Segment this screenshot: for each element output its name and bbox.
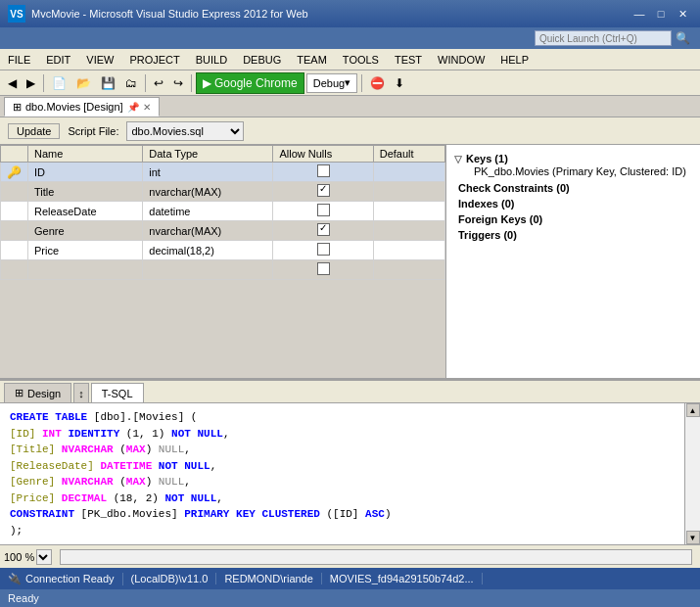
row-default[interactable] [373, 221, 444, 241]
tab-label: dbo.Movies [Design] [25, 101, 123, 113]
menu-item-test[interactable]: TEST [387, 49, 430, 70]
row-column-name[interactable]: ReleaseDate [28, 202, 143, 221]
close-button[interactable]: ✕ [673, 5, 692, 23]
allow-nulls-checkbox[interactable] [317, 243, 330, 256]
table-row[interactable]: Pricedecimal(18,2) [1, 241, 445, 260]
sql-line: ); [10, 523, 675, 539]
step-button[interactable]: ⬇ [391, 72, 408, 94]
save-all-button[interactable]: 🗂 [121, 72, 141, 94]
save-button[interactable]: 💾 [97, 72, 119, 94]
sql-pane[interactable]: CREATE TABLE [dbo].[Movies] ( [ID] INT I… [0, 403, 684, 544]
zoom-label: 100 % [4, 551, 34, 563]
tsql-tab-arrows[interactable]: ↕ [73, 383, 89, 402]
table-row[interactable]: 🔑IDint [1, 163, 445, 182]
row-default[interactable] [373, 163, 444, 182]
minimize-button[interactable]: — [630, 5, 649, 23]
row-column-name[interactable]: Price [28, 241, 143, 260]
allow-nulls-checkbox[interactable] [317, 164, 330, 177]
row-default[interactable] [373, 241, 444, 260]
quick-launch-input[interactable] [535, 30, 672, 46]
indexes-section: Indexes (0) [454, 198, 692, 210]
table-row[interactable]: ReleaseDatedatetime [1, 202, 445, 221]
row-data-type[interactable] [143, 260, 273, 280]
allow-nulls-checkbox[interactable] [317, 262, 330, 275]
row-data-type[interactable]: nvarchar(MAX) [143, 221, 273, 241]
back-button[interactable]: ◀ [4, 72, 21, 94]
design-bottom-tab[interactable]: ⊞ Design [4, 383, 71, 402]
forward-button[interactable]: ▶ [23, 72, 39, 94]
tab-close[interactable]: ✕ [143, 102, 151, 113]
row-allow-nulls[interactable] [273, 202, 373, 221]
row-column-name[interactable]: Genre [28, 221, 143, 241]
row-allow-nulls[interactable] [273, 163, 373, 182]
tsql-tab[interactable]: T-SQL [91, 383, 144, 402]
redo-button[interactable]: ↪ [169, 72, 187, 94]
row-data-type[interactable]: int [143, 163, 273, 182]
zoom-select[interactable] [36, 549, 52, 565]
maximize-button[interactable]: □ [651, 5, 671, 23]
menu-item-project[interactable]: PROJECT [121, 49, 187, 70]
row-data-type[interactable]: decimal(18,2) [143, 241, 273, 260]
toolbar-1: ◀ ▶ 📄 📂 💾 🗂 ↩ ↪ ▶ Google Chrome Debug ▾ … [0, 70, 700, 96]
menu-item-help[interactable]: HELP [492, 49, 537, 70]
keys-collapse-icon[interactable]: ▽ [454, 154, 462, 164]
row-key-indicator [1, 241, 28, 260]
sql-line: [Title] NVARCHAR (MAX) NULL, [10, 442, 675, 458]
menu-item-tools[interactable]: TOOLS [335, 49, 387, 70]
allow-nulls-checkbox[interactable] [317, 184, 330, 197]
menu-item-edit[interactable]: EDIT [38, 49, 78, 70]
row-column-name[interactable]: Title [28, 182, 143, 202]
config-dropdown[interactable]: Debug ▾ [306, 73, 357, 93]
design-tab[interactable]: ⊞ dbo.Movies [Design] 📌 ✕ [4, 97, 160, 117]
design-tab-icon: ⊞ [15, 387, 23, 399]
window-controls[interactable]: — □ ✕ [630, 5, 692, 23]
debug-button[interactable]: ⛔ [366, 72, 389, 94]
col-header-datatype: Data Type [143, 146, 273, 163]
menu-item-window[interactable]: WINDOW [430, 49, 492, 70]
row-allow-nulls[interactable] [273, 260, 373, 280]
sql-line: CREATE TABLE [dbo].[Movies] ( [10, 409, 675, 426]
menu-item-team[interactable]: TEAM [289, 49, 335, 70]
keys-section: ▽ Keys (1) PK_dbo.Movies (Primary Key, C… [454, 153, 692, 178]
allow-nulls-checkbox[interactable] [317, 204, 330, 216]
row-allow-nulls[interactable] [273, 182, 373, 202]
title-bar: VS MvcMovie - Microsoft Visual Studio Ex… [0, 0, 700, 27]
menu-item-debug[interactable]: DEBUG [235, 49, 289, 70]
row-default[interactable] [373, 260, 444, 280]
allow-nulls-checkbox[interactable] [317, 223, 330, 236]
sql-scrollbar[interactable]: ▲ ▼ [684, 403, 700, 544]
table-row[interactable]: Titlenvarchar(MAX) [1, 182, 445, 202]
col-header-allownulls: Allow Nulls [273, 146, 373, 163]
row-data-type[interactable]: nvarchar(MAX) [143, 182, 273, 202]
ready-text: Ready [8, 592, 39, 604]
menu-item-view[interactable]: VIEW [78, 49, 121, 70]
scroll-up-button[interactable]: ▲ [686, 403, 700, 417]
open-button[interactable]: 📂 [72, 72, 95, 94]
row-default[interactable] [373, 202, 444, 221]
row-default[interactable] [373, 182, 444, 202]
row-allow-nulls[interactable] [273, 241, 373, 260]
menu-item-build[interactable]: BUILD [188, 49, 235, 70]
pin-icon[interactable]: 📌 [127, 102, 139, 113]
table-row[interactable] [1, 260, 445, 280]
row-data-type[interactable]: datetime [143, 202, 273, 221]
row-column-name[interactable] [28, 260, 143, 280]
check-constraints-section: Check Constraints (0) [454, 182, 692, 194]
quick-launch-bar: 🔍 [0, 27, 700, 49]
sql-line: [ID] INT IDENTITY (1, 1) NOT NULL, [10, 426, 675, 443]
table-grid[interactable]: Name Data Type Allow Nulls Default 🔑IDin… [0, 145, 445, 378]
horizontal-scrollbar[interactable] [60, 549, 692, 565]
run-button[interactable]: ▶ Google Chrome [196, 72, 304, 94]
new-file-button[interactable]: 📄 [48, 72, 70, 94]
connection-icon: 🔌 [8, 573, 22, 585]
undo-button[interactable]: ↩ [150, 72, 167, 94]
row-column-name[interactable]: ID [28, 163, 143, 182]
scroll-down-button[interactable]: ▼ [686, 531, 700, 544]
row-allow-nulls[interactable] [273, 221, 373, 241]
table-row[interactable]: Genrenvarchar(MAX) [1, 221, 445, 241]
update-button[interactable]: Update [8, 123, 60, 139]
script-file-select[interactable]: dbo.Movies.sql [126, 121, 244, 141]
design-tab-label: Design [27, 388, 61, 399]
vs-icon: VS [8, 5, 25, 23]
menu-item-file[interactable]: FILE [0, 49, 38, 70]
